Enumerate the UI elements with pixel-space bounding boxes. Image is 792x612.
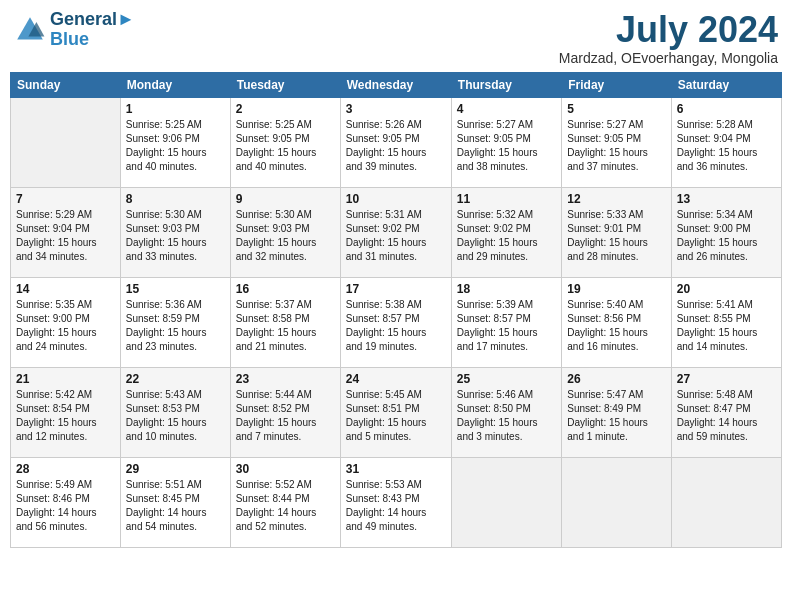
logo-text: General► Blue	[50, 10, 135, 50]
day-info: Sunrise: 5:27 AMSunset: 9:05 PMDaylight:…	[457, 118, 556, 174]
day-number: 29	[126, 462, 225, 476]
calendar-cell: 17 Sunrise: 5:38 AMSunset: 8:57 PMDaylig…	[340, 277, 451, 367]
calendar-cell: 16 Sunrise: 5:37 AMSunset: 8:58 PMDaylig…	[230, 277, 340, 367]
calendar-cell: 25 Sunrise: 5:46 AMSunset: 8:50 PMDaylig…	[451, 367, 561, 457]
calendar-week-row: 14 Sunrise: 5:35 AMSunset: 9:00 PMDaylig…	[11, 277, 782, 367]
day-info: Sunrise: 5:47 AMSunset: 8:49 PMDaylight:…	[567, 388, 665, 444]
calendar-cell: 30 Sunrise: 5:52 AMSunset: 8:44 PMDaylig…	[230, 457, 340, 547]
calendar-table: SundayMondayTuesdayWednesdayThursdayFrid…	[10, 72, 782, 548]
calendar-cell	[671, 457, 781, 547]
day-info: Sunrise: 5:49 AMSunset: 8:46 PMDaylight:…	[16, 478, 115, 534]
day-number: 16	[236, 282, 335, 296]
calendar-cell: 26 Sunrise: 5:47 AMSunset: 8:49 PMDaylig…	[562, 367, 671, 457]
day-info: Sunrise: 5:33 AMSunset: 9:01 PMDaylight:…	[567, 208, 665, 264]
day-number: 2	[236, 102, 335, 116]
day-number: 4	[457, 102, 556, 116]
calendar-cell	[11, 97, 121, 187]
day-number: 6	[677, 102, 776, 116]
weekday-header: Thursday	[451, 72, 561, 97]
day-info: Sunrise: 5:38 AMSunset: 8:57 PMDaylight:…	[346, 298, 446, 354]
day-number: 9	[236, 192, 335, 206]
day-info: Sunrise: 5:37 AMSunset: 8:58 PMDaylight:…	[236, 298, 335, 354]
weekday-header: Sunday	[11, 72, 121, 97]
weekday-header: Tuesday	[230, 72, 340, 97]
day-number: 19	[567, 282, 665, 296]
calendar-cell: 8 Sunrise: 5:30 AMSunset: 9:03 PMDayligh…	[120, 187, 230, 277]
calendar-cell: 4 Sunrise: 5:27 AMSunset: 9:05 PMDayligh…	[451, 97, 561, 187]
day-info: Sunrise: 5:45 AMSunset: 8:51 PMDaylight:…	[346, 388, 446, 444]
calendar-cell: 24 Sunrise: 5:45 AMSunset: 8:51 PMDaylig…	[340, 367, 451, 457]
day-number: 1	[126, 102, 225, 116]
calendar-cell: 19 Sunrise: 5:40 AMSunset: 8:56 PMDaylig…	[562, 277, 671, 367]
day-number: 14	[16, 282, 115, 296]
calendar-cell: 22 Sunrise: 5:43 AMSunset: 8:53 PMDaylig…	[120, 367, 230, 457]
day-info: Sunrise: 5:48 AMSunset: 8:47 PMDaylight:…	[677, 388, 776, 444]
day-info: Sunrise: 5:31 AMSunset: 9:02 PMDaylight:…	[346, 208, 446, 264]
day-number: 21	[16, 372, 115, 386]
day-info: Sunrise: 5:43 AMSunset: 8:53 PMDaylight:…	[126, 388, 225, 444]
calendar-cell: 15 Sunrise: 5:36 AMSunset: 8:59 PMDaylig…	[120, 277, 230, 367]
calendar-cell: 23 Sunrise: 5:44 AMSunset: 8:52 PMDaylig…	[230, 367, 340, 457]
calendar-week-row: 28 Sunrise: 5:49 AMSunset: 8:46 PMDaylig…	[11, 457, 782, 547]
day-info: Sunrise: 5:51 AMSunset: 8:45 PMDaylight:…	[126, 478, 225, 534]
calendar-week-row: 7 Sunrise: 5:29 AMSunset: 9:04 PMDayligh…	[11, 187, 782, 277]
location: Mardzad, OEvoerhangay, Mongolia	[559, 50, 778, 66]
day-info: Sunrise: 5:32 AMSunset: 9:02 PMDaylight:…	[457, 208, 556, 264]
day-number: 27	[677, 372, 776, 386]
weekday-header: Saturday	[671, 72, 781, 97]
day-number: 23	[236, 372, 335, 386]
day-number: 24	[346, 372, 446, 386]
calendar-cell: 31 Sunrise: 5:53 AMSunset: 8:43 PMDaylig…	[340, 457, 451, 547]
day-number: 25	[457, 372, 556, 386]
day-info: Sunrise: 5:29 AMSunset: 9:04 PMDaylight:…	[16, 208, 115, 264]
day-info: Sunrise: 5:53 AMSunset: 8:43 PMDaylight:…	[346, 478, 446, 534]
day-info: Sunrise: 5:25 AMSunset: 9:05 PMDaylight:…	[236, 118, 335, 174]
day-number: 3	[346, 102, 446, 116]
calendar-cell: 29 Sunrise: 5:51 AMSunset: 8:45 PMDaylig…	[120, 457, 230, 547]
day-number: 28	[16, 462, 115, 476]
calendar-cell: 28 Sunrise: 5:49 AMSunset: 8:46 PMDaylig…	[11, 457, 121, 547]
day-number: 12	[567, 192, 665, 206]
title-block: July 2024 Mardzad, OEvoerhangay, Mongoli…	[559, 10, 778, 66]
calendar-cell: 12 Sunrise: 5:33 AMSunset: 9:01 PMDaylig…	[562, 187, 671, 277]
calendar-cell: 5 Sunrise: 5:27 AMSunset: 9:05 PMDayligh…	[562, 97, 671, 187]
logo: General► Blue	[14, 10, 135, 50]
day-number: 30	[236, 462, 335, 476]
calendar-cell: 9 Sunrise: 5:30 AMSunset: 9:03 PMDayligh…	[230, 187, 340, 277]
calendar-cell: 2 Sunrise: 5:25 AMSunset: 9:05 PMDayligh…	[230, 97, 340, 187]
calendar-week-row: 21 Sunrise: 5:42 AMSunset: 8:54 PMDaylig…	[11, 367, 782, 457]
calendar-cell: 6 Sunrise: 5:28 AMSunset: 9:04 PMDayligh…	[671, 97, 781, 187]
calendar-cell: 18 Sunrise: 5:39 AMSunset: 8:57 PMDaylig…	[451, 277, 561, 367]
calendar-week-row: 1 Sunrise: 5:25 AMSunset: 9:06 PMDayligh…	[11, 97, 782, 187]
day-number: 10	[346, 192, 446, 206]
day-info: Sunrise: 5:40 AMSunset: 8:56 PMDaylight:…	[567, 298, 665, 354]
day-number: 17	[346, 282, 446, 296]
day-number: 7	[16, 192, 115, 206]
day-info: Sunrise: 5:39 AMSunset: 8:57 PMDaylight:…	[457, 298, 556, 354]
day-info: Sunrise: 5:26 AMSunset: 9:05 PMDaylight:…	[346, 118, 446, 174]
day-number: 31	[346, 462, 446, 476]
weekday-header: Monday	[120, 72, 230, 97]
day-number: 8	[126, 192, 225, 206]
calendar-cell	[451, 457, 561, 547]
calendar-cell: 14 Sunrise: 5:35 AMSunset: 9:00 PMDaylig…	[11, 277, 121, 367]
day-info: Sunrise: 5:27 AMSunset: 9:05 PMDaylight:…	[567, 118, 665, 174]
page-header: General► Blue July 2024 Mardzad, OEvoerh…	[10, 10, 782, 66]
weekday-header-row: SundayMondayTuesdayWednesdayThursdayFrid…	[11, 72, 782, 97]
day-number: 13	[677, 192, 776, 206]
day-info: Sunrise: 5:46 AMSunset: 8:50 PMDaylight:…	[457, 388, 556, 444]
day-info: Sunrise: 5:30 AMSunset: 9:03 PMDaylight:…	[126, 208, 225, 264]
day-info: Sunrise: 5:35 AMSunset: 9:00 PMDaylight:…	[16, 298, 115, 354]
calendar-cell: 20 Sunrise: 5:41 AMSunset: 8:55 PMDaylig…	[671, 277, 781, 367]
day-info: Sunrise: 5:41 AMSunset: 8:55 PMDaylight:…	[677, 298, 776, 354]
calendar-cell: 7 Sunrise: 5:29 AMSunset: 9:04 PMDayligh…	[11, 187, 121, 277]
day-info: Sunrise: 5:42 AMSunset: 8:54 PMDaylight:…	[16, 388, 115, 444]
day-info: Sunrise: 5:44 AMSunset: 8:52 PMDaylight:…	[236, 388, 335, 444]
day-info: Sunrise: 5:25 AMSunset: 9:06 PMDaylight:…	[126, 118, 225, 174]
calendar-cell: 1 Sunrise: 5:25 AMSunset: 9:06 PMDayligh…	[120, 97, 230, 187]
day-number: 22	[126, 372, 225, 386]
day-info: Sunrise: 5:36 AMSunset: 8:59 PMDaylight:…	[126, 298, 225, 354]
calendar-cell: 10 Sunrise: 5:31 AMSunset: 9:02 PMDaylig…	[340, 187, 451, 277]
day-info: Sunrise: 5:30 AMSunset: 9:03 PMDaylight:…	[236, 208, 335, 264]
day-number: 5	[567, 102, 665, 116]
